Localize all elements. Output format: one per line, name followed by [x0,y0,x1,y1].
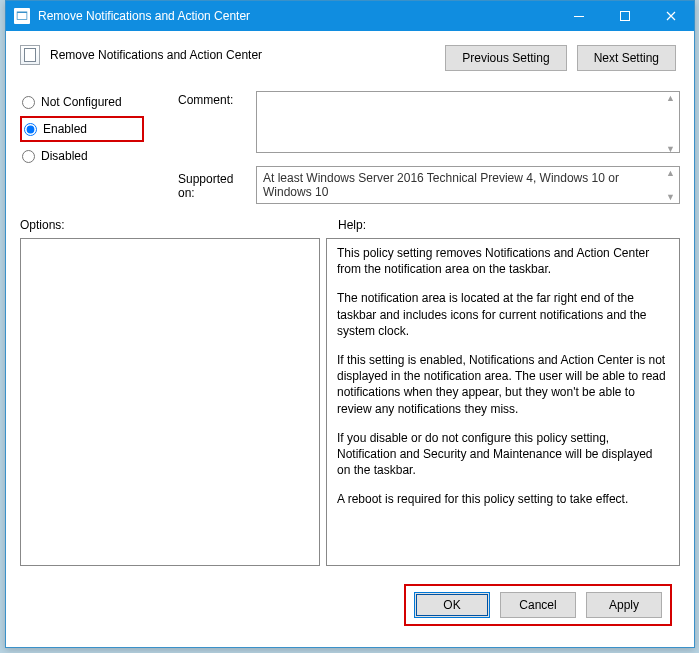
radio-enabled-label: Enabled [43,122,87,136]
enabled-highlight: Enabled [20,116,144,142]
comment-label: Comment: [178,91,248,107]
help-text: A reboot is required for this policy set… [337,491,669,507]
scroll-up-icon[interactable]: ▲ [662,167,679,179]
supported-scroll: ▲ ▼ [662,167,679,203]
state-radio-group: Not Configured Enabled Disabled [20,91,170,167]
minimize-button[interactable] [556,1,602,31]
help-text: If this setting is enabled, Notification… [337,352,669,417]
window-title: Remove Notifications and Action Center [38,9,556,23]
radio-disabled[interactable]: Disabled [20,145,170,167]
svg-rect-1 [18,13,27,19]
previous-setting-button[interactable]: Previous Setting [445,45,566,71]
next-setting-button[interactable]: Next Setting [577,45,676,71]
radio-disabled-input[interactable] [22,150,35,163]
scroll-down-icon[interactable]: ▼ [662,191,679,203]
radio-not-configured-label: Not Configured [41,95,122,109]
comment-scroll: ▲ ▼ [662,92,679,155]
help-text: If you disable or do not configure this … [337,430,669,479]
policy-icon [20,45,40,65]
radio-not-configured-input[interactable] [22,96,35,109]
radio-enabled-input[interactable] [24,123,37,136]
apply-button[interactable]: Apply [586,592,662,618]
svg-rect-2 [574,16,584,17]
radio-not-configured[interactable]: Not Configured [20,91,170,113]
comment-textarea[interactable] [256,91,680,153]
scroll-down-icon[interactable]: ▼ [662,143,679,155]
cancel-button[interactable]: Cancel [500,592,576,618]
content-area: Remove Notifications and Action Center P… [6,31,694,646]
supported-on-text: At least Windows Server 2016 Technical P… [256,166,680,204]
window-controls [556,1,694,31]
scroll-up-icon[interactable]: ▲ [662,92,679,104]
options-label: Options: [20,218,338,232]
footer-highlight: OK Cancel Apply [404,584,672,626]
supported-label: Supported on: [178,170,248,200]
app-icon [14,8,30,24]
radio-enabled[interactable]: Enabled [22,118,118,140]
radio-disabled-label: Disabled [41,149,88,163]
help-panel: This policy setting removes Notification… [326,238,680,566]
help-label: Help: [338,218,366,232]
svg-rect-3 [621,12,630,21]
close-button[interactable] [648,1,694,31]
page-title: Remove Notifications and Action Center [50,48,262,62]
policy-dialog: Remove Notifications and Action Center R… [5,0,695,648]
help-text: This policy setting removes Notification… [337,245,669,277]
titlebar[interactable]: Remove Notifications and Action Center [6,1,694,31]
maximize-button[interactable] [602,1,648,31]
ok-button[interactable]: OK [414,592,490,618]
help-text: The notification area is located at the … [337,290,669,339]
options-panel [20,238,320,566]
